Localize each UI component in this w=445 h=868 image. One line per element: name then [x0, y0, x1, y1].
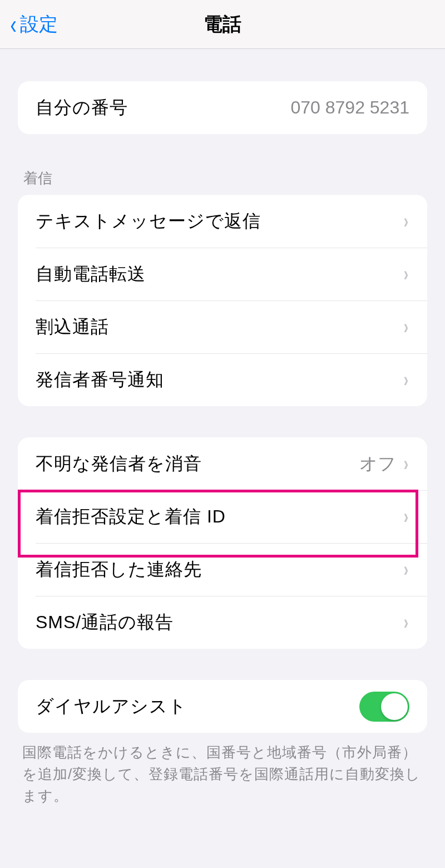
chevron-right-icon: › [404, 210, 408, 233]
dial-assist-label: ダイヤルアシスト [36, 694, 187, 719]
group-blocking: 不明な発信者を消音 オフ › 着信拒否設定と着信 ID › 着信拒否した連絡先 … [18, 437, 427, 649]
reply-with-text-label: テキストメッセージで返信 [36, 209, 261, 234]
chevron-right-icon: › [404, 452, 408, 476]
caller-id-label: 発信者番号通知 [36, 368, 164, 392]
group-incoming: テキストメッセージで返信 › 自動電話転送 › 割込通話 › 発信者番号通知 › [18, 195, 427, 406]
call-blocking-id-label: 着信拒否設定と着信 ID [36, 505, 226, 529]
dial-assist-toggle[interactable] [359, 692, 409, 722]
silence-unknown-value: オフ [359, 452, 396, 476]
group-header-incoming: 着信 [18, 162, 427, 195]
chevron-right-icon: › [404, 315, 408, 339]
row-call-waiting[interactable]: 割込通話 › [18, 300, 427, 353]
back-button[interactable]: ‹ 設定 [9, 11, 58, 38]
chevron-right-icon: › [404, 505, 408, 529]
row-caller-id[interactable]: 発信者番号通知 › [18, 353, 427, 406]
chevron-right-icon: › [404, 611, 408, 634]
sms-call-report-label: SMS/通話の報告 [36, 610, 174, 635]
navigation-bar: ‹ 設定 電話 [0, 0, 445, 49]
dial-assist-footer: 国際電話をかけるときに、国番号と地域番号（市外局番）を追加/変換して、登録電話番… [18, 733, 427, 807]
row-silence-unknown[interactable]: 不明な発信者を消音 オフ › [18, 437, 427, 490]
page-title: 電話 [0, 12, 445, 37]
row-reply-with-text[interactable]: テキストメッセージで返信 › [18, 195, 427, 248]
toggle-knob-icon [381, 693, 408, 720]
group-my-number: 自分の番号 070 8792 5231 [18, 81, 427, 134]
my-number-label: 自分の番号 [36, 96, 128, 120]
chevron-right-icon: › [404, 368, 408, 392]
back-label: 設定 [20, 12, 58, 37]
row-blocked-contacts[interactable]: 着信拒否した連絡先 › [18, 543, 427, 596]
my-number-value: 070 8792 5231 [290, 97, 409, 118]
call-forwarding-label: 自動電話転送 [36, 262, 146, 287]
row-my-number[interactable]: 自分の番号 070 8792 5231 [18, 81, 427, 134]
call-waiting-label: 割込通話 [36, 315, 109, 339]
blocked-contacts-label: 着信拒否した連絡先 [36, 558, 202, 582]
silence-unknown-label: 不明な発信者を消音 [36, 452, 202, 476]
row-dial-assist[interactable]: ダイヤルアシスト [18, 680, 427, 733]
chevron-left-icon: ‹ [10, 11, 16, 38]
row-call-forwarding[interactable]: 自動電話転送 › [18, 248, 427, 300]
row-call-blocking-id[interactable]: 着信拒否設定と着信 ID › [18, 490, 427, 543]
chevron-right-icon: › [404, 558, 408, 581]
row-sms-call-report[interactable]: SMS/通話の報告 › [18, 596, 427, 649]
chevron-right-icon: › [404, 263, 408, 286]
group-dial-assist: ダイヤルアシスト [18, 680, 427, 733]
